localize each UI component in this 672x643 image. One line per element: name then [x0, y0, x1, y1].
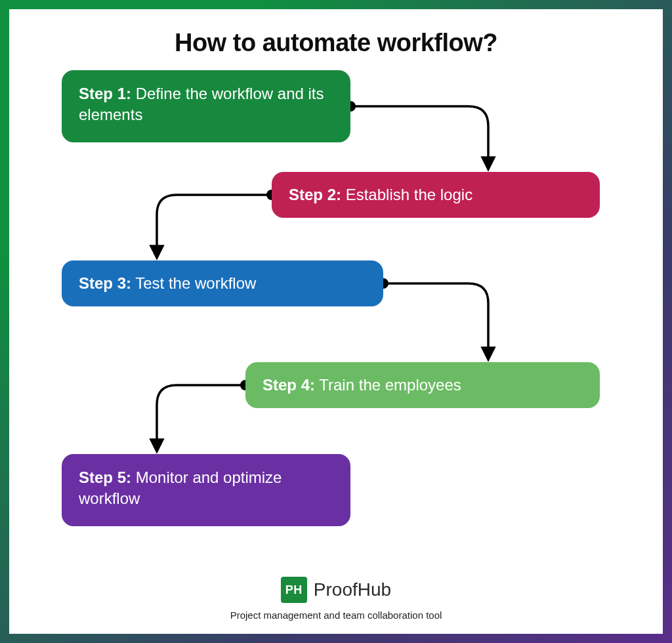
step-text: Train the employees	[319, 376, 461, 394]
brand-tagline: Project management and team collaboratio…	[9, 610, 663, 621]
step-label: Step 3:	[79, 274, 131, 292]
footer: PH ProofHub Project management and team …	[9, 577, 663, 621]
step-label: Step 2:	[289, 186, 341, 203]
step-label: Step 4:	[262, 376, 315, 394]
brand-logo-icon: PH	[281, 577, 307, 603]
diagram-title: How to automate workflow?	[9, 9, 663, 57]
step-3: Step 3: Test the workflow	[62, 260, 383, 306]
steps-container: Step 1: Define the workflow and its elem…	[9, 57, 663, 569]
diagram-inner: How to automate workflow?	[9, 9, 663, 634]
step-5: Step 5: Monitor and optimize workflow	[62, 454, 350, 526]
step-1: Step 1: Define the workflow and its elem…	[62, 70, 350, 142]
step-4: Step 4: Train the employees	[245, 362, 600, 408]
step-label: Step 1:	[79, 85, 131, 102]
step-2: Step 2: Establish the logic	[272, 172, 600, 218]
step-label: Step 5:	[79, 468, 131, 486]
step-text: Test the workflow	[135, 274, 256, 292]
brand-name: ProofHub	[314, 579, 391, 600]
brand: PH ProofHub	[281, 577, 391, 603]
step-text: Establish the logic	[346, 186, 472, 203]
diagram-frame: How to automate workflow?	[0, 0, 672, 643]
